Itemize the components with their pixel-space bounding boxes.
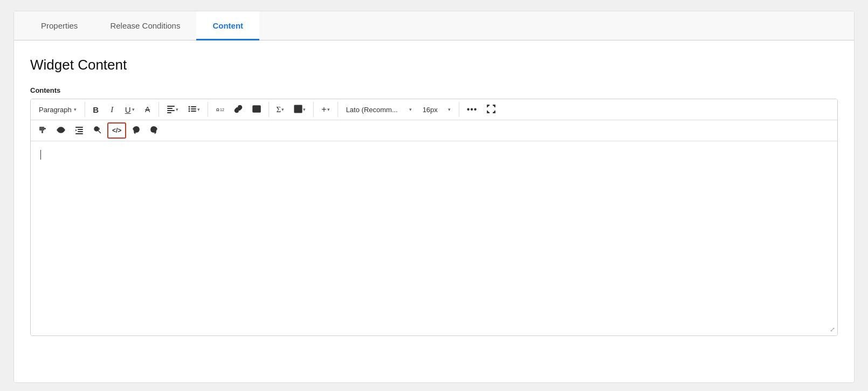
svg-marker-27 bbox=[75, 129, 77, 131]
table-chevron-icon: ▾ bbox=[303, 107, 306, 112]
preview-button[interactable] bbox=[52, 122, 70, 139]
svg-rect-25 bbox=[78, 131, 83, 132]
italic-button[interactable]: I bbox=[105, 101, 120, 118]
toolbar-row-1: Paragraph ▾ B I U ▾ bbox=[31, 99, 837, 120]
page-title: Widget Content bbox=[30, 57, 838, 73]
page-container: Properties Release Conditions Content Wi… bbox=[13, 11, 855, 383]
svg-rect-3 bbox=[167, 112, 171, 113]
insert-chevron-icon: ▾ bbox=[327, 107, 330, 112]
insert-dropdown[interactable]: + ▾ bbox=[317, 101, 334, 118]
contents-label: Contents bbox=[30, 86, 838, 94]
svg-text:Ω: Ω bbox=[216, 107, 219, 112]
eye-icon bbox=[57, 126, 65, 136]
svg-text:123: 123 bbox=[95, 127, 100, 131]
svg-point-6 bbox=[188, 108, 190, 109]
underline-icon: U bbox=[125, 105, 131, 114]
svg-rect-2 bbox=[167, 110, 175, 111]
svg-point-4 bbox=[188, 106, 190, 107]
link-button[interactable] bbox=[230, 101, 247, 118]
underline-button[interactable]: U ▾ bbox=[121, 101, 139, 118]
separator-3 bbox=[208, 102, 208, 117]
tabs-bar: Properties Release Conditions Content bbox=[14, 11, 854, 40]
fullscreen-icon bbox=[487, 105, 495, 115]
equation-dropdown[interactable]: Σ ▾ bbox=[272, 101, 289, 118]
svg-text:123: 123 bbox=[220, 107, 224, 112]
paragraph-label: Paragraph bbox=[39, 106, 72, 114]
svg-point-8 bbox=[188, 110, 190, 112]
equation-chevron-icon: ▾ bbox=[281, 107, 284, 112]
special-chars-button[interactable]: Ω 123 bbox=[211, 101, 229, 118]
align-icon bbox=[167, 105, 175, 115]
code-view-button[interactable]: </> bbox=[107, 122, 126, 139]
more-options-icon: ••• bbox=[467, 105, 478, 114]
find-replace-button[interactable]: 123 bbox=[89, 122, 106, 139]
more-options-button[interactable]: ••• bbox=[463, 101, 482, 118]
link-icon bbox=[234, 105, 243, 115]
svg-rect-23 bbox=[75, 127, 83, 128]
size-chevron-icon: ▾ bbox=[448, 107, 451, 112]
redo-button[interactable] bbox=[146, 122, 163, 139]
svg-rect-20 bbox=[43, 128, 46, 129]
paragraph-dropdown[interactable]: Paragraph ▾ bbox=[34, 101, 81, 118]
format-painter-button[interactable] bbox=[34, 122, 51, 139]
separator-2 bbox=[159, 102, 159, 117]
svg-rect-5 bbox=[191, 106, 196, 107]
svg-rect-9 bbox=[191, 111, 196, 112]
separator-6 bbox=[337, 102, 338, 117]
tab-content[interactable]: Content bbox=[196, 11, 259, 40]
separator-1 bbox=[85, 102, 85, 117]
toolbar-row-2: 123 </> bbox=[31, 120, 837, 141]
undo-icon bbox=[132, 126, 140, 136]
underline-chevron-icon: ▾ bbox=[132, 107, 135, 112]
cursor bbox=[40, 150, 41, 160]
svg-rect-1 bbox=[167, 108, 173, 109]
list-icon bbox=[188, 105, 197, 115]
indent-button[interactable] bbox=[71, 122, 88, 139]
editor-area[interactable]: ⤢ bbox=[31, 141, 837, 335]
separator-5 bbox=[313, 102, 314, 117]
tab-properties[interactable]: Properties bbox=[25, 11, 94, 40]
redo-icon bbox=[150, 126, 159, 136]
editor-container: Paragraph ▾ B I U ▾ bbox=[30, 99, 838, 336]
bold-button[interactable]: B bbox=[88, 101, 104, 118]
list-chevron-icon: ▾ bbox=[197, 107, 200, 112]
image-icon bbox=[252, 105, 261, 115]
table-icon bbox=[294, 105, 302, 115]
paint-icon bbox=[38, 126, 47, 136]
strikethrough-button[interactable]: A bbox=[140, 101, 155, 118]
list-dropdown[interactable]: ▾ bbox=[184, 101, 204, 118]
find-replace-icon: 123 bbox=[93, 126, 102, 136]
svg-rect-0 bbox=[167, 106, 175, 107]
main-content: Widget Content Contents Paragraph ▾ B I bbox=[14, 40, 854, 347]
image-button[interactable] bbox=[248, 101, 265, 118]
bold-icon: B bbox=[93, 105, 99, 114]
align-chevron-icon: ▾ bbox=[176, 107, 178, 112]
resize-handle[interactable]: ⤢ bbox=[830, 326, 835, 333]
svg-rect-24 bbox=[78, 129, 83, 130]
svg-point-22 bbox=[60, 128, 63, 131]
chevron-down-icon: ▾ bbox=[74, 107, 77, 112]
tab-release-conditions[interactable]: Release Conditions bbox=[94, 11, 196, 40]
font-size-label: 16px bbox=[423, 106, 438, 114]
separator-7 bbox=[459, 102, 459, 117]
svg-line-29 bbox=[98, 131, 101, 133]
svg-rect-26 bbox=[75, 133, 83, 134]
sigma-icon: Σ bbox=[277, 105, 281, 114]
undo-button[interactable] bbox=[127, 122, 144, 139]
insert-icon: + bbox=[321, 105, 326, 114]
strikethrough-icon: A bbox=[145, 105, 150, 114]
indent-icon bbox=[75, 126, 84, 136]
align-dropdown[interactable]: ▾ bbox=[162, 101, 183, 118]
table-dropdown[interactable]: ▾ bbox=[290, 101, 310, 118]
svg-rect-14 bbox=[294, 105, 302, 113]
italic-icon: I bbox=[111, 105, 113, 114]
code-icon: </> bbox=[112, 127, 121, 134]
font-size-dropdown[interactable]: 16px ▾ bbox=[418, 101, 456, 118]
font-chevron-icon: ▾ bbox=[409, 107, 412, 112]
font-family-label: Lato (Recomm... bbox=[346, 106, 398, 114]
special-chars-icon: Ω 123 bbox=[216, 105, 224, 115]
font-family-dropdown[interactable]: Lato (Recomm... ▾ bbox=[341, 101, 417, 118]
svg-rect-7 bbox=[191, 108, 196, 109]
fullscreen-button[interactable] bbox=[483, 101, 500, 118]
separator-4 bbox=[268, 102, 269, 117]
